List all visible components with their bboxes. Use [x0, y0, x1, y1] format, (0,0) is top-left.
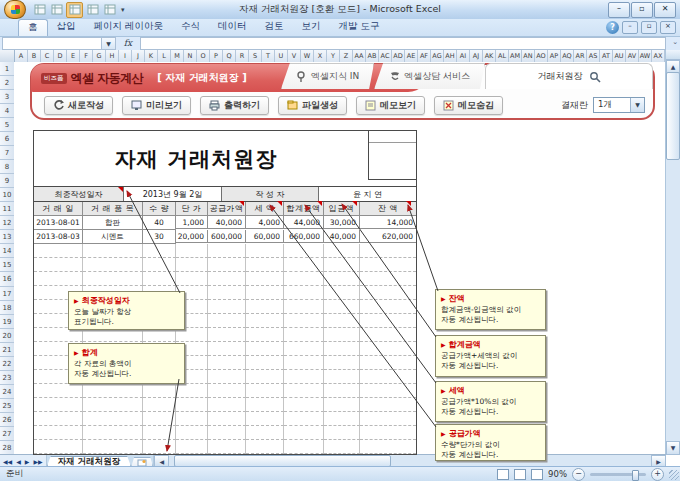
column-header-AR[interactable]: AR	[574, 50, 587, 62]
zoom-slider[interactable]	[590, 473, 646, 476]
empty-cell[interactable]	[34, 426, 83, 440]
empty-cell[interactable]	[208, 328, 246, 342]
column-header-AJ[interactable]: AJ	[470, 50, 483, 62]
empty-cell[interactable]	[34, 412, 83, 426]
empty-cell[interactable]	[360, 398, 416, 412]
empty-cell[interactable]	[143, 272, 176, 286]
column-header-AC[interactable]: AC	[379, 50, 392, 62]
row-header-15[interactable]: 15	[0, 258, 14, 272]
empty-cell[interactable]	[208, 272, 246, 286]
name-box[interactable]	[2, 37, 102, 50]
column-공급가액[interactable]: 공급가액	[208, 202, 246, 216]
empty-cell[interactable]	[34, 398, 83, 412]
dropdown-arrow-icon[interactable]: ▼	[630, 98, 644, 112]
column-header-AE[interactable]: AE	[405, 50, 418, 62]
column-header-AK[interactable]: AK	[483, 50, 496, 62]
banner-search-box[interactable]: 거래처원장	[485, 63, 653, 89]
cell[interactable]: 40,000	[324, 230, 360, 243]
row-header-13[interactable]: 13	[0, 230, 14, 244]
last-sheet-icon[interactable]: ▶▶	[33, 458, 42, 465]
tab-삽입[interactable]: 삽입	[48, 19, 85, 36]
zoom-level[interactable]: 90%	[548, 469, 567, 479]
empty-cell[interactable]	[284, 272, 324, 286]
empty-cell[interactable]	[176, 398, 208, 412]
approval-select[interactable]: 1개▼	[593, 97, 645, 113]
empty-cell[interactable]	[284, 426, 324, 440]
cell[interactable]: 30,000	[324, 216, 360, 229]
empty-cell[interactable]	[34, 258, 83, 272]
column-header-Y[interactable]: Y	[327, 50, 340, 62]
column-header-V[interactable]: V	[288, 50, 301, 62]
meta-label-author[interactable]: 작 성 자	[222, 187, 319, 201]
column-header-O[interactable]: O	[197, 50, 210, 62]
empty-cell[interactable]	[143, 426, 176, 440]
column-거 래 일[interactable]: 거 래 일	[34, 202, 83, 216]
vertical-scrollbar[interactable]: ▲ ▼	[665, 50, 680, 455]
empty-cell[interactable]	[208, 356, 246, 370]
column-header-M[interactable]: M	[171, 50, 184, 62]
highlight-icon[interactable]	[66, 2, 83, 18]
column-header-W[interactable]: W	[301, 50, 314, 62]
row-header-21[interactable]: 21	[0, 343, 14, 357]
tab-보기[interactable]: 보기	[293, 19, 330, 36]
cell[interactable]: 40,000	[208, 216, 246, 229]
미리보기-button[interactable]: 미리보기	[122, 96, 191, 115]
row-header-19[interactable]: 19	[0, 315, 14, 329]
row-header-23[interactable]: 23	[0, 371, 14, 385]
column-header-AS[interactable]: AS	[587, 50, 600, 62]
row-header-2[interactable]: 2	[0, 76, 14, 90]
column-header-AU[interactable]: AU	[613, 50, 626, 62]
empty-cell[interactable]	[360, 258, 416, 272]
cell[interactable]: 30	[143, 230, 176, 244]
메모보기-button[interactable]: 메모보기	[356, 96, 425, 115]
row-header-4[interactable]: 4	[0, 104, 14, 118]
row-header-8[interactable]: 8	[0, 160, 14, 174]
zoom-slider-knob[interactable]	[632, 470, 639, 481]
empty-cell[interactable]	[246, 398, 284, 412]
empty-cell[interactable]	[246, 314, 284, 328]
empty-cell[interactable]	[360, 384, 416, 398]
cell[interactable]: 40	[143, 216, 176, 230]
row-header-27[interactable]: 27	[0, 427, 14, 441]
empty-cell[interactable]	[246, 286, 284, 300]
column-header-AQ[interactable]: AQ	[561, 50, 574, 62]
zoom-in-icon[interactable]: +	[651, 468, 664, 481]
cell[interactable]: 620,000	[360, 230, 416, 243]
empty-cell[interactable]	[208, 384, 246, 398]
empty-cell[interactable]	[284, 412, 324, 426]
empty-cell[interactable]	[83, 398, 143, 412]
empty-cell[interactable]	[284, 384, 324, 398]
empty-cell[interactable]	[324, 244, 360, 258]
tab-검토[interactable]: 검토	[256, 19, 293, 36]
empty-cell[interactable]	[360, 440, 416, 454]
empty-cell[interactable]	[324, 342, 360, 356]
column-header-AG[interactable]: AG	[431, 50, 444, 62]
empty-cell[interactable]	[246, 426, 284, 440]
empty-cell[interactable]	[208, 314, 246, 328]
column-header-AN[interactable]: AN	[522, 50, 535, 62]
empty-cell[interactable]	[34, 328, 83, 342]
empty-cell[interactable]	[143, 412, 176, 426]
column-header-I[interactable]: I	[119, 50, 132, 62]
empty-cell[interactable]	[208, 300, 246, 314]
column-합계금액[interactable]: 합계금액	[284, 202, 324, 216]
empty-cell[interactable]	[83, 258, 143, 272]
empty-cell[interactable]	[324, 440, 360, 454]
column-header-T[interactable]: T	[262, 50, 275, 62]
column-header-AB[interactable]: AB	[366, 50, 379, 62]
empty-cell[interactable]	[284, 314, 324, 328]
column-header-J[interactable]: J	[132, 50, 145, 62]
empty-cell[interactable]	[246, 258, 284, 272]
name-box-dropdown-icon[interactable]: ▼	[102, 37, 116, 50]
split-handle[interactable]	[666, 50, 680, 60]
empty-cell[interactable]	[208, 426, 246, 440]
row-header-9[interactable]: 9	[0, 174, 14, 188]
empty-cell[interactable]	[83, 412, 143, 426]
row-header-16[interactable]: 16	[0, 272, 14, 286]
empty-cell[interactable]	[360, 342, 416, 356]
row-header-14[interactable]: 14	[0, 244, 14, 258]
row-header-24[interactable]: 24	[0, 385, 14, 399]
empty-cell[interactable]	[34, 244, 83, 258]
column-header-AI[interactable]: AI	[457, 50, 470, 62]
meta-value-author[interactable]: 윤 지 연	[319, 187, 416, 201]
